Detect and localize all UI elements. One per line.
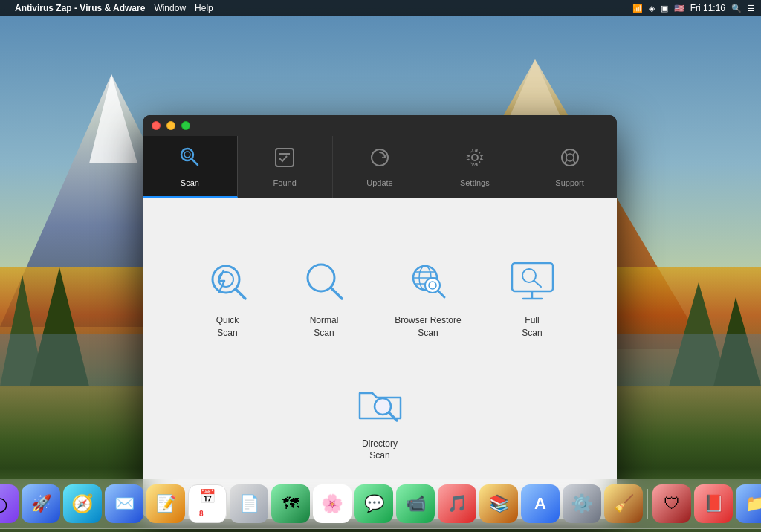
dock-siri[interactable]: ◐ [0, 484, 19, 523]
found-tab-label: Found [273, 178, 297, 187]
clock: Fri 11:16 [690, 3, 725, 13]
dock-acrobat[interactable]: 📕 [694, 484, 733, 523]
svg-line-23 [573, 152, 576, 155]
normal-scan-label: NormalScan [310, 314, 339, 340]
notification-icon[interactable]: ☰ [748, 4, 755, 13]
full-scan-label: FullScan [522, 314, 542, 340]
dock-antivirus[interactable]: 🛡 [652, 484, 691, 523]
tab-scan[interactable]: Scan [143, 136, 238, 198]
help-menu[interactable]: Help [195, 3, 213, 13]
tab-update[interactable]: Update [333, 136, 428, 198]
notes-icon: 📝 [156, 494, 176, 513]
cleaner-icon: 🧹 [614, 494, 634, 513]
toolbar: Scan Found Update [143, 136, 617, 198]
dock-preview[interactable]: 📄 [230, 484, 268, 523]
files-icon: 📁 [745, 494, 762, 513]
menubar-right: 📶 ◈ ▣ 🇺🇸 Fri 11:16 🔍 ☰ [632, 3, 755, 13]
antivirus-icon: 🛡 [664, 494, 680, 513]
quick-scan-icon [201, 255, 253, 307]
display-icon: ▣ [661, 4, 668, 13]
wifi-icon: 📶 [632, 4, 643, 13]
svg-line-22 [564, 152, 567, 155]
dock-appstore[interactable]: A [521, 484, 560, 523]
close-button[interactable] [152, 121, 161, 130]
dock-mail[interactable]: ✉️ [105, 484, 143, 523]
update-tab-label: Update [366, 178, 392, 187]
svg-line-13 [192, 159, 198, 165]
svg-point-19 [467, 149, 483, 166]
books-icon: 📚 [489, 494, 509, 513]
scan-tab-icon [178, 145, 201, 174]
svg-point-18 [468, 151, 482, 164]
calendar-icon: 📅8 [199, 488, 216, 520]
menubar-left: Antivirus Zap - Virus & Adware Window He… [6, 3, 213, 13]
dock-facetime[interactable]: 📹 [396, 484, 435, 523]
directory-scan-icon [354, 378, 406, 430]
dock-photos[interactable]: 🌸 [313, 484, 352, 523]
svg-point-21 [566, 154, 574, 161]
tab-settings[interactable]: Settings [427, 136, 522, 198]
dock-files[interactable]: 📁 [736, 484, 761, 523]
tab-found[interactable]: Found [238, 136, 333, 198]
svg-line-46 [389, 412, 397, 421]
svg-line-30 [331, 288, 342, 299]
launchpad-icon: 🚀 [31, 494, 51, 513]
menubar: Antivirus Zap - Virus & Adware Window He… [0, 0, 761, 16]
svg-line-28 [236, 289, 245, 299]
maps-icon: 🗺 [282, 494, 299, 513]
svg-point-12 [184, 152, 190, 158]
normal-scan-icon [298, 255, 350, 307]
dock-calendar[interactable]: 📅8 [188, 484, 227, 523]
dock-music[interactable]: 🎵 [438, 484, 476, 523]
minimize-button[interactable] [166, 121, 175, 130]
full-scan-icon [506, 255, 558, 307]
app-name-menu[interactable]: Antivirus Zap - Virus & Adware [15, 3, 145, 13]
flag-icon: 🇺🇸 [674, 4, 684, 13]
dock-launchpad[interactable]: 🚀 [22, 484, 60, 523]
dock-books[interactable]: 📚 [479, 484, 518, 523]
svg-line-38 [438, 291, 444, 297]
messages-icon: 💬 [364, 494, 384, 513]
full-scan-button[interactable]: FullScan [491, 243, 573, 351]
browser-scan-icon [402, 255, 454, 307]
settings-tab-icon [464, 146, 486, 174]
dock-safari[interactable]: 🧭 [63, 484, 102, 523]
dock-separator [647, 489, 648, 519]
maximize-button[interactable] [181, 121, 190, 130]
support-tab-icon [559, 146, 581, 174]
quick-scan-button[interactable]: QuickScan [187, 243, 268, 351]
browser-scan-label: Browser RestoreScan [395, 314, 461, 340]
svg-point-17 [472, 155, 478, 160]
scan-grid: QuickScan NormalScan [158, 228, 602, 489]
acrobat-icon: 📕 [704, 494, 724, 513]
settings-tab-label: Settings [460, 178, 490, 187]
directory-scan-label: DirectoryScan [362, 438, 398, 463]
dock-messages[interactable]: 💬 [354, 484, 393, 523]
photos-icon: 🌸 [321, 493, 343, 514]
sysprefs-icon: ⚙️ [571, 493, 593, 514]
window-menu[interactable]: Window [154, 3, 186, 13]
normal-scan-button[interactable]: NormalScan [283, 243, 365, 351]
dock-notes[interactable]: 📝 [146, 484, 185, 523]
found-tab-icon [273, 146, 296, 174]
quick-scan-label: QuickScan [216, 314, 239, 340]
svg-rect-39 [512, 263, 553, 291]
svg-line-25 [573, 160, 576, 163]
dock-cleaner[interactable]: 🧹 [604, 484, 643, 523]
safari-icon: 🧭 [71, 493, 94, 514]
svg-point-27 [218, 272, 233, 287]
search-menubar-icon[interactable]: 🔍 [731, 4, 742, 13]
dock-sysprefs[interactable]: ⚙️ [563, 484, 601, 523]
music-icon: 🎵 [447, 494, 467, 513]
appstore-icon: A [534, 494, 546, 513]
dock-maps[interactable]: 🗺 [271, 484, 310, 523]
svg-line-24 [564, 160, 567, 163]
browser-scan-button[interactable]: Browser RestoreScan [380, 243, 476, 351]
bluetooth-icon: ◈ [649, 4, 655, 13]
tab-support[interactable]: Support [522, 136, 617, 198]
app-window: Scan Found Update [143, 115, 617, 519]
titlebar [143, 115, 617, 136]
mail-icon: ✉️ [114, 494, 135, 513]
facetime-icon: 📹 [406, 494, 426, 513]
directory-scan-button[interactable]: DirectoryScan [339, 366, 421, 475]
